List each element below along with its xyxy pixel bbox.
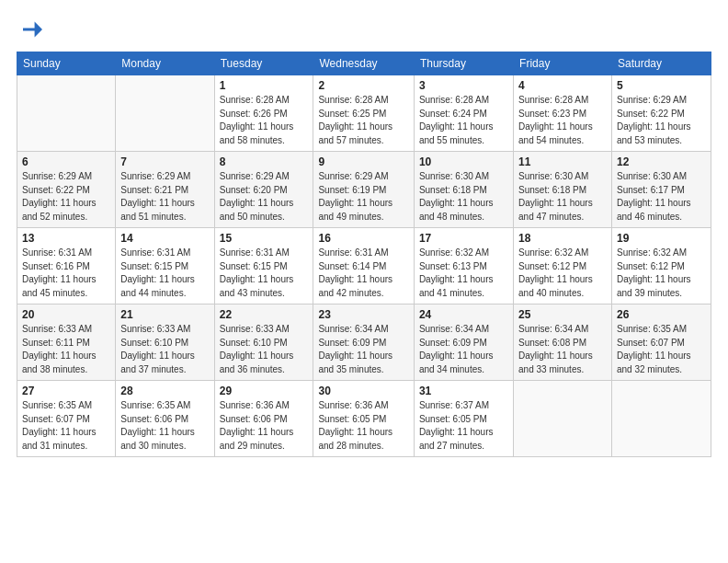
calendar-day-cell: 18Sunrise: 6:32 AM Sunset: 6:12 PM Dayli… — [514, 228, 612, 304]
calendar-day-cell: 29Sunrise: 6:36 AM Sunset: 6:06 PM Dayli… — [214, 381, 313, 457]
day-info: Sunrise: 6:35 AM Sunset: 6:07 PM Dayligh… — [22, 399, 110, 453]
calendar-day-cell: 5Sunrise: 6:29 AM Sunset: 6:22 PM Daylig… — [611, 75, 711, 152]
day-info: Sunrise: 6:28 AM Sunset: 6:24 PM Dayligh… — [419, 94, 508, 147]
day-info: Sunrise: 6:30 AM Sunset: 6:18 PM Dayligh… — [518, 170, 607, 224]
calendar-day-cell: 25Sunrise: 6:34 AM Sunset: 6:08 PM Dayli… — [514, 304, 612, 381]
day-number: 24 — [419, 308, 508, 321]
calendar-day-cell: 21Sunrise: 6:33 AM Sunset: 6:10 PM Dayli… — [116, 304, 214, 381]
calendar-day-cell: 23Sunrise: 6:34 AM Sunset: 6:09 PM Dayli… — [313, 304, 414, 381]
page: SundayMondayTuesdayWednesdayThursdayFrid… — [0, 0, 728, 563]
calendar-day-cell — [17, 75, 116, 152]
day-number: 20 — [22, 308, 110, 321]
calendar-day-cell — [116, 75, 214, 152]
day-of-week-header: Wednesday — [313, 52, 414, 75]
day-number: 18 — [518, 232, 607, 245]
day-info: Sunrise: 6:29 AM Sunset: 6:20 PM Dayligh… — [220, 170, 309, 224]
logo-icon — [17, 17, 42, 42]
day-of-week-header: Tuesday — [214, 52, 313, 75]
day-info: Sunrise: 6:34 AM Sunset: 6:08 PM Dayligh… — [518, 323, 607, 376]
day-info: Sunrise: 6:32 AM Sunset: 6:13 PM Dayligh… — [419, 247, 508, 300]
day-info: Sunrise: 6:35 AM Sunset: 6:07 PM Dayligh… — [617, 323, 706, 376]
day-number: 23 — [318, 308, 408, 321]
calendar-week-row: 20Sunrise: 6:33 AM Sunset: 6:11 PM Dayli… — [17, 304, 711, 381]
day-number: 7 — [120, 155, 209, 168]
day-info: Sunrise: 6:33 AM Sunset: 6:10 PM Dayligh… — [120, 323, 209, 376]
calendar-day-cell: 31Sunrise: 6:37 AM Sunset: 6:05 PM Dayli… — [414, 381, 513, 457]
calendar-day-cell: 1Sunrise: 6:28 AM Sunset: 6:26 PM Daylig… — [214, 75, 313, 152]
calendar-day-cell: 8Sunrise: 6:29 AM Sunset: 6:20 PM Daylig… — [214, 152, 313, 228]
day-number: 19 — [617, 232, 706, 245]
calendar-day-cell: 6Sunrise: 6:29 AM Sunset: 6:22 PM Daylig… — [17, 152, 116, 228]
calendar-day-cell: 3Sunrise: 6:28 AM Sunset: 6:24 PM Daylig… — [414, 75, 513, 152]
day-number: 5 — [617, 79, 706, 92]
calendar-day-cell: 22Sunrise: 6:33 AM Sunset: 6:10 PM Dayli… — [214, 304, 313, 381]
calendar-day-cell: 20Sunrise: 6:33 AM Sunset: 6:11 PM Dayli… — [17, 304, 116, 381]
day-number: 8 — [220, 155, 309, 168]
day-info: Sunrise: 6:37 AM Sunset: 6:05 PM Dayligh… — [419, 399, 508, 453]
day-info: Sunrise: 6:33 AM Sunset: 6:10 PM Dayligh… — [220, 323, 309, 376]
day-number: 29 — [220, 385, 309, 397]
calendar-day-cell: 13Sunrise: 6:31 AM Sunset: 6:16 PM Dayli… — [17, 228, 116, 304]
day-info: Sunrise: 6:30 AM Sunset: 6:17 PM Dayligh… — [617, 170, 706, 224]
calendar-day-cell: 11Sunrise: 6:30 AM Sunset: 6:18 PM Dayli… — [514, 152, 612, 228]
calendar-week-row: 13Sunrise: 6:31 AM Sunset: 6:16 PM Dayli… — [17, 228, 711, 304]
calendar-day-cell: 7Sunrise: 6:29 AM Sunset: 6:21 PM Daylig… — [116, 152, 214, 228]
day-number: 22 — [220, 308, 309, 321]
day-info: Sunrise: 6:28 AM Sunset: 6:26 PM Dayligh… — [220, 94, 309, 147]
day-number: 9 — [318, 155, 408, 168]
day-number: 28 — [120, 385, 209, 397]
calendar-day-cell — [611, 381, 711, 457]
day-info: Sunrise: 6:28 AM Sunset: 6:25 PM Dayligh… — [318, 94, 408, 147]
day-number: 11 — [518, 155, 607, 168]
day-info: Sunrise: 6:29 AM Sunset: 6:21 PM Dayligh… — [120, 170, 209, 224]
day-info: Sunrise: 6:29 AM Sunset: 6:19 PM Dayligh… — [318, 170, 408, 224]
day-info: Sunrise: 6:33 AM Sunset: 6:11 PM Dayligh… — [22, 323, 110, 376]
day-info: Sunrise: 6:32 AM Sunset: 6:12 PM Dayligh… — [518, 247, 607, 300]
day-number: 2 — [318, 79, 408, 92]
day-of-week-header: Sunday — [17, 52, 116, 75]
logo — [17, 17, 46, 42]
calendar-day-cell: 14Sunrise: 6:31 AM Sunset: 6:15 PM Dayli… — [116, 228, 214, 304]
day-info: Sunrise: 6:31 AM Sunset: 6:16 PM Dayligh… — [22, 247, 110, 300]
day-number: 26 — [617, 308, 706, 321]
day-number: 21 — [120, 308, 209, 321]
day-number: 4 — [518, 79, 607, 92]
calendar-day-cell: 12Sunrise: 6:30 AM Sunset: 6:17 PM Dayli… — [611, 152, 711, 228]
day-number: 14 — [120, 232, 209, 245]
calendar-day-cell: 27Sunrise: 6:35 AM Sunset: 6:07 PM Dayli… — [17, 381, 116, 457]
day-info: Sunrise: 6:35 AM Sunset: 6:06 PM Dayligh… — [120, 399, 209, 453]
calendar-day-cell: 26Sunrise: 6:35 AM Sunset: 6:07 PM Dayli… — [611, 304, 711, 381]
calendar-week-row: 6Sunrise: 6:29 AM Sunset: 6:22 PM Daylig… — [17, 152, 711, 228]
calendar-day-cell: 19Sunrise: 6:32 AM Sunset: 6:12 PM Dayli… — [611, 228, 711, 304]
day-info: Sunrise: 6:30 AM Sunset: 6:18 PM Dayligh… — [419, 170, 508, 224]
day-number: 6 — [22, 155, 110, 168]
day-number: 1 — [220, 79, 309, 92]
day-number: 16 — [318, 232, 408, 245]
calendar-day-cell: 16Sunrise: 6:31 AM Sunset: 6:14 PM Dayli… — [313, 228, 414, 304]
day-number: 27 — [22, 385, 110, 397]
day-info: Sunrise: 6:31 AM Sunset: 6:14 PM Dayligh… — [318, 247, 408, 300]
calendar-day-cell: 2Sunrise: 6:28 AM Sunset: 6:25 PM Daylig… — [313, 75, 414, 152]
day-info: Sunrise: 6:29 AM Sunset: 6:22 PM Dayligh… — [617, 94, 706, 147]
calendar-week-row: 1Sunrise: 6:28 AM Sunset: 6:26 PM Daylig… — [17, 75, 711, 152]
day-number: 3 — [419, 79, 508, 92]
day-info: Sunrise: 6:34 AM Sunset: 6:09 PM Dayligh… — [318, 323, 408, 376]
calendar-day-cell: 10Sunrise: 6:30 AM Sunset: 6:18 PM Dayli… — [414, 152, 513, 228]
calendar-day-cell — [514, 381, 612, 457]
day-info: Sunrise: 6:29 AM Sunset: 6:22 PM Dayligh… — [22, 170, 110, 224]
svg-marker-0 — [23, 22, 42, 38]
calendar-header-row: SundayMondayTuesdayWednesdayThursdayFrid… — [17, 52, 711, 75]
calendar-day-cell: 4Sunrise: 6:28 AM Sunset: 6:23 PM Daylig… — [514, 75, 612, 152]
calendar-day-cell: 24Sunrise: 6:34 AM Sunset: 6:09 PM Dayli… — [414, 304, 513, 381]
day-info: Sunrise: 6:36 AM Sunset: 6:05 PM Dayligh… — [318, 399, 408, 453]
day-number: 25 — [518, 308, 607, 321]
day-of-week-header: Friday — [514, 52, 612, 75]
day-number: 12 — [617, 155, 706, 168]
day-info: Sunrise: 6:36 AM Sunset: 6:06 PM Dayligh… — [220, 399, 309, 453]
day-of-week-header: Monday — [116, 52, 214, 75]
day-of-week-header: Saturday — [611, 52, 711, 75]
day-of-week-header: Thursday — [414, 52, 513, 75]
header — [17, 17, 711, 42]
calendar-day-cell: 9Sunrise: 6:29 AM Sunset: 6:19 PM Daylig… — [313, 152, 414, 228]
day-number: 13 — [22, 232, 110, 245]
